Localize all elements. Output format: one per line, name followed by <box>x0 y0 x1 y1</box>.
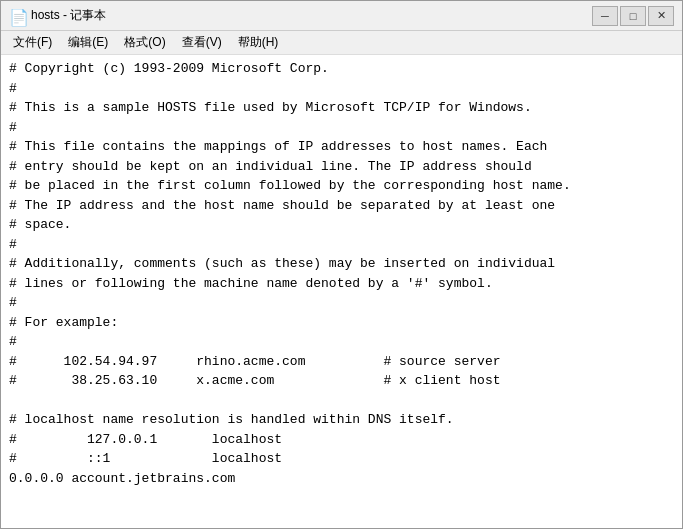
close-button[interactable]: ✕ <box>648 6 674 26</box>
title-bar: 📄 hosts - 记事本 ─ □ ✕ <box>1 1 682 31</box>
menu-format[interactable]: 格式(O) <box>116 32 173 53</box>
window-title: hosts - 记事本 <box>31 7 106 24</box>
menu-edit[interactable]: 编辑(E) <box>60 32 116 53</box>
title-bar-left: 📄 hosts - 记事本 <box>9 7 106 24</box>
menu-view[interactable]: 查看(V) <box>174 32 230 53</box>
content-area[interactable]: # Copyright (c) 1993-2009 Microsoft Corp… <box>1 55 682 528</box>
file-content: # Copyright (c) 1993-2009 Microsoft Corp… <box>9 59 674 488</box>
title-bar-controls: ─ □ ✕ <box>592 6 674 26</box>
window: 📄 hosts - 记事本 ─ □ ✕ 文件(F) 编辑(E) 格式(O) 查看… <box>0 0 683 529</box>
menu-file[interactable]: 文件(F) <box>5 32 60 53</box>
app-icon: 📄 <box>9 8 25 24</box>
maximize-button[interactable]: □ <box>620 6 646 26</box>
menu-help[interactable]: 帮助(H) <box>230 32 287 53</box>
minimize-button[interactable]: ─ <box>592 6 618 26</box>
menu-bar: 文件(F) 编辑(E) 格式(O) 查看(V) 帮助(H) <box>1 31 682 55</box>
